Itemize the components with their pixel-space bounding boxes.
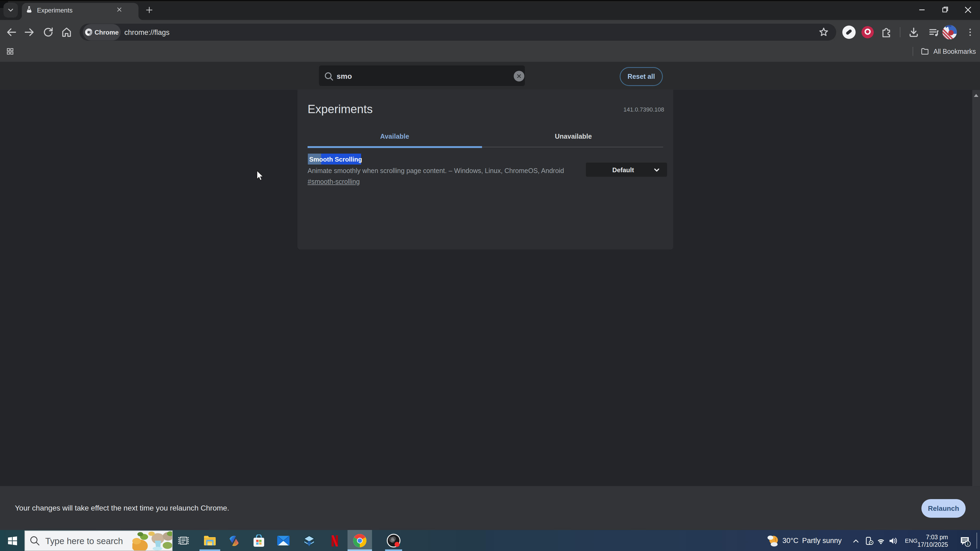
svg-text:1: 1: [967, 541, 969, 546]
